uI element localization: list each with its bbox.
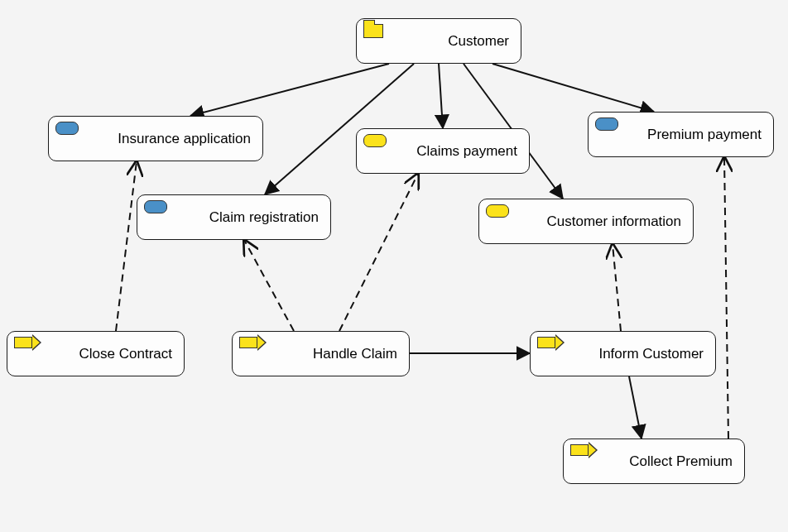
- object-icon: [486, 204, 509, 218]
- node-close-contract[interactable]: Close Contract: [7, 331, 185, 376]
- edge-close_contract-to-insurance_app: [116, 161, 137, 331]
- node-label: Claims payment: [416, 143, 517, 160]
- node-collect-premium[interactable]: Collect Premium: [563, 439, 745, 484]
- node-label: Inform Customer: [598, 346, 704, 362]
- edge-inform_customer-to-collect_premium: [629, 376, 641, 439]
- edge-handle_claim-to-claims_payment: [339, 174, 418, 331]
- node-inform-customer[interactable]: Inform Customer: [530, 331, 716, 376]
- node-label: Customer: [448, 33, 509, 50]
- node-customer[interactable]: Customer: [356, 18, 521, 64]
- node-label: Handle Claim: [313, 346, 397, 362]
- node-label: Close Contract: [79, 346, 172, 362]
- folder-icon: [363, 24, 383, 38]
- edge-customer-to-insurance_app: [190, 64, 389, 116]
- process-arrow-icon: [239, 337, 257, 348]
- process-arrow-icon: [570, 444, 589, 456]
- diagram-canvas: Customer Insurance application Claims pa…: [0, 0, 788, 532]
- process-arrow-icon: [537, 337, 555, 348]
- process-arrow-icon: [14, 337, 32, 348]
- node-insurance-application[interactable]: Insurance application: [48, 116, 263, 161]
- node-premium-payment[interactable]: Premium payment: [588, 112, 774, 157]
- node-handle-claim[interactable]: Handle Claim: [232, 331, 410, 376]
- node-claim-registration[interactable]: Claim registration: [137, 194, 331, 240]
- edge-inform_customer-to-customer_info: [613, 244, 621, 331]
- object-icon: [144, 200, 167, 213]
- edge-handle_claim-to-claim_registration: [244, 240, 294, 331]
- node-label: Insurance application: [118, 131, 251, 147]
- node-label: Collect Premium: [629, 453, 733, 470]
- edge-collect_premium-to-premium_payment: [724, 157, 728, 439]
- node-label: Premium payment: [647, 127, 762, 143]
- object-icon: [363, 134, 387, 147]
- edge-customer-to-claims_payment: [439, 64, 443, 128]
- object-icon: [55, 122, 79, 135]
- object-icon: [595, 117, 618, 131]
- node-customer-information[interactable]: Customer information: [478, 199, 694, 244]
- node-claims-payment[interactable]: Claims payment: [356, 128, 530, 174]
- node-label: Claim registration: [209, 209, 319, 226]
- node-label: Customer information: [546, 213, 681, 230]
- edge-customer-to-premium_payment: [492, 64, 654, 112]
